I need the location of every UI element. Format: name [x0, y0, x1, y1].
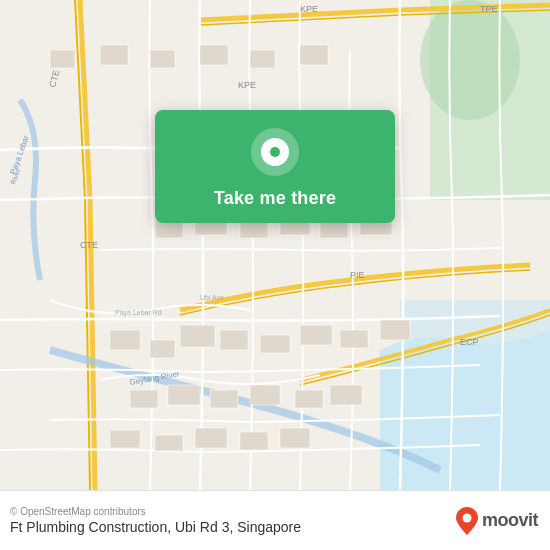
svg-rect-46 — [150, 50, 175, 68]
moovit-logo: moovit — [456, 507, 538, 535]
take-me-there-button[interactable]: Take me there — [214, 188, 336, 209]
svg-text:PIE: PIE — [350, 270, 365, 280]
svg-text:KPE: KPE — [300, 4, 318, 14]
svg-rect-19 — [300, 325, 332, 345]
svg-rect-44 — [50, 50, 75, 68]
svg-rect-24 — [210, 390, 238, 408]
svg-rect-18 — [260, 335, 290, 353]
map-container: CTE KPE TPE PIE ECP CTE KPE Paya Lebar R… — [0, 0, 550, 490]
bottom-bar: © OpenStreetMap contributors Ft Plumbing… — [0, 490, 550, 550]
svg-rect-17 — [220, 330, 248, 350]
svg-text:TPE: TPE — [480, 4, 498, 14]
svg-rect-28 — [110, 430, 140, 448]
map-svg: CTE KPE TPE PIE ECP CTE KPE Paya Lebar R… — [0, 0, 550, 490]
svg-text:Paya Lebar Rd: Paya Lebar Rd — [115, 309, 162, 317]
svg-rect-20 — [340, 330, 368, 348]
action-card: Take me there — [155, 110, 395, 223]
svg-rect-47 — [200, 45, 228, 65]
svg-rect-26 — [295, 390, 323, 408]
svg-rect-49 — [300, 45, 328, 65]
svg-rect-15 — [150, 340, 175, 358]
svg-rect-23 — [168, 385, 200, 405]
svg-point-3 — [420, 0, 520, 120]
svg-rect-22 — [130, 390, 158, 408]
svg-rect-27 — [330, 385, 362, 405]
svg-point-52 — [462, 513, 471, 522]
svg-rect-14 — [110, 330, 140, 350]
bottom-left-info: © OpenStreetMap contributors Ft Plumbing… — [10, 506, 301, 535]
moovit-wordmark: moovit — [482, 510, 538, 531]
svg-rect-21 — [380, 320, 410, 340]
svg-rect-31 — [240, 432, 268, 450]
svg-rect-32 — [280, 428, 310, 448]
svg-rect-30 — [195, 428, 227, 448]
svg-text:KPE: KPE — [238, 80, 256, 90]
location-pin-icon — [251, 128, 299, 176]
svg-rect-45 — [100, 45, 128, 65]
location-text: Ft Plumbing Construction, Ubi Rd 3, Sing… — [10, 519, 301, 535]
svg-rect-16 — [180, 325, 215, 347]
svg-rect-29 — [155, 435, 183, 451]
moovit-pin-icon — [456, 507, 478, 535]
svg-text:ECP: ECP — [460, 337, 479, 347]
svg-text:CTE: CTE — [80, 240, 98, 250]
svg-text:Ubi Ave: Ubi Ave — [200, 294, 224, 301]
svg-rect-48 — [250, 50, 275, 68]
copyright-text: © OpenStreetMap contributors — [10, 506, 301, 517]
svg-rect-25 — [250, 385, 280, 405]
